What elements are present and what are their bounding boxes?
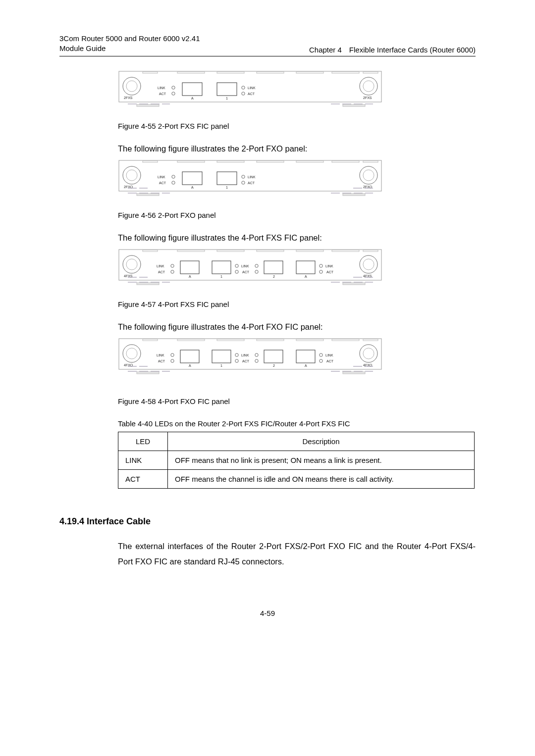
svg-point-101 [255, 359, 258, 362]
svg-point-69 [320, 270, 322, 273]
svg-point-57 [363, 259, 374, 270]
svg-rect-48 [177, 250, 205, 252]
svg-text:A: A [189, 275, 191, 278]
svg-text:ACT: ACT [326, 359, 334, 363]
svg-point-33 [363, 170, 374, 181]
svg-text:A: A [305, 275, 307, 278]
svg-point-11 [363, 81, 374, 92]
svg-point-39 [242, 181, 245, 184]
svg-point-31 [126, 170, 137, 181]
svg-text:2: 2 [273, 275, 275, 278]
svg-rect-47 [143, 250, 158, 252]
svg-rect-26 [257, 161, 284, 162]
act-label: ACT [326, 270, 334, 274]
svg-text:A: A [189, 364, 191, 367]
act-label: ACT [159, 92, 166, 96]
svg-point-64 [235, 264, 238, 267]
table-row: LINK OFF means that no link is present; … [118, 451, 475, 469]
svg-point-90 [360, 345, 377, 362]
svg-point-98 [235, 353, 238, 356]
svg-point-97 [171, 359, 174, 362]
page-header: 3Com Router 5000 and Router 6000 v2.41 M… [59, 34, 476, 56]
svg-rect-3 [217, 72, 244, 73]
svg-point-9 [126, 81, 137, 92]
para-4fxo: The following figure illustrates the 4-P… [118, 322, 476, 332]
svg-rect-44 [137, 194, 159, 196]
svg-point-89 [126, 348, 137, 359]
svg-rect-24 [177, 161, 205, 162]
link-label: LINK [248, 86, 256, 90]
svg-point-32 [360, 166, 377, 184]
svg-rect-13 [217, 83, 237, 96]
svg-point-17 [242, 92, 245, 95]
svg-rect-120 [137, 372, 159, 374]
panel-4fxs-figure: LINK ACT LINK ACT LINK ACT 4FXS 4FXS A 1… [118, 249, 476, 287]
svg-rect-29 [363, 161, 378, 162]
page-number: 4-59 [59, 609, 476, 617]
svg-rect-49 [217, 250, 244, 252]
model-label: 2FXS [363, 96, 372, 100]
svg-rect-78 [137, 283, 159, 285]
act-label: ACT [159, 181, 166, 185]
port-1-label: 1 [226, 186, 228, 189]
svg-rect-53 [363, 250, 378, 252]
svg-point-10 [360, 77, 377, 95]
link-label: LINK [241, 264, 249, 268]
svg-rect-83 [217, 339, 244, 341]
table-row: ACT OFF means the channel is idle and ON… [118, 469, 475, 488]
fig-57-caption: Figure 4-57 4-Port FXS FIC panel [118, 300, 476, 308]
svg-text:1: 1 [220, 275, 222, 278]
link-label: LINK [158, 86, 165, 90]
svg-rect-2 [177, 72, 205, 73]
header-line1: 3Com Router 5000 and Router 6000 v2.41 [59, 34, 200, 44]
model-label: 2FXS [124, 96, 133, 100]
link-label: LINK [248, 175, 256, 179]
svg-rect-81 [143, 339, 158, 341]
svg-point-67 [255, 270, 258, 273]
svg-rect-1 [143, 72, 158, 73]
svg-point-37 [172, 181, 175, 184]
svg-rect-21 [343, 104, 365, 106]
svg-point-100 [255, 353, 258, 356]
svg-point-63 [171, 270, 174, 273]
svg-rect-95 [296, 350, 315, 363]
section-4-19-4-para: The external interfaces of the Router 2-… [118, 539, 476, 570]
svg-rect-5 [296, 72, 323, 73]
svg-point-36 [172, 175, 175, 178]
port-1-label: 1 [226, 97, 228, 100]
svg-point-65 [235, 270, 238, 273]
svg-point-15 [172, 92, 175, 95]
svg-rect-94 [264, 350, 283, 363]
act-label: ACT [158, 270, 165, 274]
svg-point-54 [123, 255, 141, 273]
panel-2fxo-figure: LINK ACT LINK ACT 2FXO 2FXO A 1 [118, 159, 476, 198]
svg-rect-23 [143, 161, 158, 162]
th-desc: Description [168, 432, 475, 451]
svg-point-55 [126, 259, 137, 270]
panel-4fxo-figure: LINK ACT LINK ACT LINK ACT 4FXO 4FXO A 1… [118, 338, 476, 376]
svg-point-14 [172, 86, 175, 89]
svg-rect-87 [363, 339, 378, 341]
svg-text:2: 2 [273, 364, 275, 367]
svg-point-8 [123, 77, 141, 95]
svg-rect-7 [363, 72, 378, 73]
fig-58-caption: Figure 4-58 4-Port FXO FIC panel [118, 397, 476, 405]
svg-point-68 [320, 264, 322, 267]
svg-point-56 [360, 255, 377, 273]
port-a-label: A [191, 186, 194, 189]
svg-rect-25 [217, 161, 244, 162]
header-right: Chapter 4 Flexible Interface Cards (Rout… [309, 46, 476, 54]
cell-desc: OFF means that no link is present; ON me… [168, 451, 475, 469]
svg-rect-28 [332, 161, 359, 162]
svg-text:ACT: ACT [242, 359, 250, 363]
cell-led: ACT [118, 469, 168, 488]
svg-rect-27 [296, 161, 323, 162]
svg-rect-20 [137, 104, 159, 106]
svg-point-38 [242, 175, 245, 178]
svg-rect-82 [177, 339, 205, 341]
act-label: ACT [242, 270, 250, 274]
svg-rect-45 [343, 194, 365, 196]
cell-led: LINK [118, 451, 168, 469]
para-4fxs: The following figure illustrates the 4-P… [118, 233, 476, 243]
svg-rect-121 [343, 372, 365, 374]
